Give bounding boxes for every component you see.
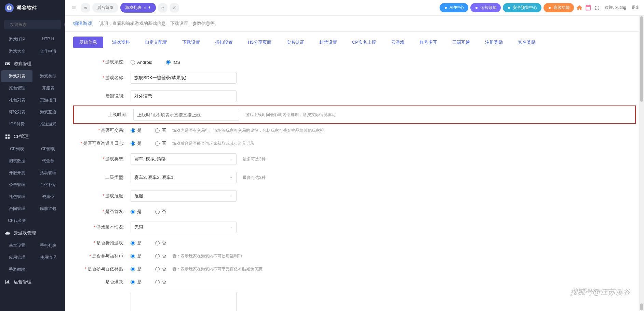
sidebar-item[interactable]: 合作申请 xyxy=(32,45,64,57)
logo-icon xyxy=(5,3,14,12)
sidebar-item[interactable]: 礼包列表 xyxy=(1,94,32,106)
radio-option[interactable]: 否 xyxy=(155,279,166,285)
sidebar-item[interactable]: 手游微端 xyxy=(1,264,32,275)
sidebar-item[interactable]: 游戏大全 xyxy=(1,45,32,57)
radio-option[interactable]: 是 xyxy=(131,253,142,259)
sidebar-item[interactable]: 使用情况 xyxy=(32,252,64,264)
form-tab[interactable]: 下载设置 xyxy=(176,37,206,48)
logout-link[interactable]: 退出 xyxy=(632,5,640,11)
radio-option[interactable]: 是 xyxy=(131,140,142,146)
radio-option[interactable]: 否 xyxy=(155,209,166,215)
sidebar-item[interactable]: HTP H xyxy=(32,33,64,45)
nav-section-header[interactable]: 运营管理 xyxy=(0,275,65,288)
nav-section-header[interactable]: 云游戏管理 xyxy=(0,227,65,240)
radio-option[interactable]: 是 xyxy=(131,240,142,246)
nav-section-header[interactable]: CP管理 xyxy=(0,130,65,143)
suffix-input[interactable] xyxy=(131,90,237,102)
sidebar-item[interactable]: 原包管理 xyxy=(1,82,32,94)
sidebar-item[interactable]: 公告管理 xyxy=(1,179,32,191)
form-tab[interactable]: 实名认证 xyxy=(280,37,310,48)
sidebar-item[interactable]: CP游戏 xyxy=(32,143,64,155)
radio-option[interactable]: 是 xyxy=(131,279,142,285)
sidebar-item[interactable]: 开服开测 xyxy=(1,167,32,179)
sidebar-search[interactable] xyxy=(4,20,61,29)
topbar-pill[interactable]: 高级功能 xyxy=(544,3,574,12)
nav-section-header[interactable]: 游戏管理 xyxy=(0,57,65,70)
form-tab[interactable]: 实名奖励 xyxy=(512,37,542,48)
mixserver-select[interactable]: 混服 xyxy=(131,190,237,202)
form-label: *是否折扣游戏: xyxy=(73,240,124,246)
sidebar-item[interactable]: IOS付费 xyxy=(1,118,32,130)
topbar-pill[interactable]: API中心 xyxy=(440,3,468,12)
version-select[interactable]: 无限 xyxy=(131,222,237,233)
form-row: *是否可交易:是否游戏内是否有交易行、市场等玩家可交易的途径，包括玩家可丢弃物品… xyxy=(73,124,636,137)
scrollbar-thumb[interactable] xyxy=(640,16,643,102)
form-tab[interactable]: 自定义配置 xyxy=(139,37,173,48)
form-tab[interactable]: 折扣设置 xyxy=(209,37,239,48)
tab-home[interactable]: 后台首页 xyxy=(92,3,118,13)
scrollbar[interactable] xyxy=(639,16,644,311)
sidebar-item[interactable]: 游戏类型 xyxy=(32,70,64,82)
sidebar-item[interactable]: 测试数据 xyxy=(1,155,32,167)
radio-option[interactable]: 否 xyxy=(155,240,166,246)
sidebar-item[interactable]: 百亿补贴 xyxy=(32,179,64,191)
scrollbar-thumb-bottom[interactable] xyxy=(640,303,643,310)
form-tab[interactable]: 云游戏 xyxy=(385,37,411,48)
radio-option[interactable]: 否 xyxy=(155,140,166,146)
fullscreen-icon[interactable] xyxy=(594,4,601,11)
search-input[interactable] xyxy=(10,22,62,27)
form-tab[interactable]: 游戏资料 xyxy=(106,37,136,48)
rebate-listbox[interactable]: 元宝返利活动单日充值金额 xyxy=(131,292,237,311)
radio-option[interactable]: 否 xyxy=(155,253,166,259)
sidebar-item[interactable]: CP代金券 xyxy=(1,215,32,227)
sidebar-item[interactable]: 代金券 xyxy=(32,155,64,167)
home-icon[interactable] xyxy=(576,4,583,11)
close-all-icon[interactable] xyxy=(170,3,179,13)
topbar-pill[interactable]: 安全预警中心 xyxy=(503,3,541,12)
sidebar-item[interactable]: 游戏列表 xyxy=(1,70,32,82)
radio-option[interactable]: 否 xyxy=(155,127,166,133)
sidebar-item[interactable]: 开服表 xyxy=(32,82,64,94)
form-tab[interactable]: 封禁设置 xyxy=(313,37,343,48)
calendar-icon[interactable] xyxy=(585,4,592,11)
next-tab-icon[interactable] xyxy=(158,3,167,13)
sidebar-item[interactable]: 活动管理 xyxy=(32,167,64,179)
prev-tab-icon[interactable] xyxy=(81,3,90,13)
radio-option[interactable]: 否 xyxy=(155,266,166,272)
sidebar-item[interactable]: 应用管理 xyxy=(1,252,32,264)
form-tab[interactable]: 三端互通 xyxy=(446,37,476,48)
radio-option[interactable]: 是 xyxy=(131,209,142,215)
sidebar-item[interactable]: 游戏互通 xyxy=(32,106,64,118)
sidebar-item[interactable]: 游戏HTP xyxy=(1,33,32,45)
collapse-sidebar-icon[interactable] xyxy=(69,3,79,13)
sidebar-item[interactable]: 页游接口 xyxy=(32,94,64,106)
sidebar-item[interactable]: 推送游戏 xyxy=(32,118,64,130)
game-name-input[interactable] xyxy=(131,72,237,84)
topbar-pill[interactable]: 运营须知 xyxy=(470,3,501,12)
form-tab[interactable]: 账号多开 xyxy=(413,37,443,48)
form-tab[interactable]: 注册奖励 xyxy=(479,37,509,48)
radio-option[interactable]: Android xyxy=(131,60,152,65)
sidebar-item[interactable]: 基本设置 xyxy=(1,240,32,252)
close-icon[interactable]: × xyxy=(144,6,146,10)
form-tab[interactable]: 基础信息 xyxy=(73,37,103,48)
online-time-input[interactable] xyxy=(133,109,239,121)
form-tab[interactable]: H5分享页面 xyxy=(242,37,278,48)
svg-point-2 xyxy=(508,7,510,9)
sidebar-item[interactable]: 手机列表 xyxy=(32,240,64,252)
pin-icon[interactable] xyxy=(148,6,151,10)
sidebar-item[interactable]: 礼包管理 xyxy=(1,191,32,203)
form-tab[interactable]: CP实名上报 xyxy=(346,37,382,48)
radio-option[interactable]: IOS xyxy=(166,60,180,65)
sidebar-item[interactable]: 资源位 xyxy=(32,191,64,203)
welcome-text: 欢迎, xuting xyxy=(605,5,626,11)
subtype-select[interactable]: 赛车3, 赛车2, 赛车1 xyxy=(131,172,237,183)
sidebar-item[interactable]: 合同管理 xyxy=(1,203,32,215)
tab-active[interactable]: 游戏列表 × xyxy=(120,3,156,13)
sidebar-item[interactable]: 评论列表 xyxy=(1,106,32,118)
sidebar-item[interactable]: 膨胀红包 xyxy=(32,203,64,215)
radio-option[interactable]: 是 xyxy=(131,127,142,133)
radio-option[interactable]: 是 xyxy=(131,266,142,272)
gametype-select[interactable]: 赛车, 模拟, 策略 xyxy=(131,153,237,165)
sidebar-item[interactable]: CP列表 xyxy=(1,143,32,155)
